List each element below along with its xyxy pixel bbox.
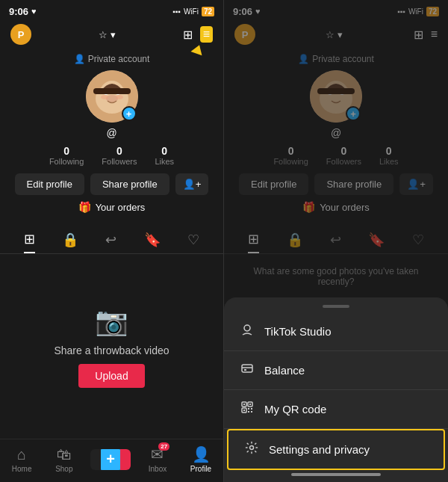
svg-rect-29	[248, 408, 249, 410]
stat-followers: 0 Followers	[102, 145, 137, 166]
svg-rect-32	[251, 411, 252, 413]
drawer-balance[interactable]: Balance	[224, 351, 448, 390]
inbox-label: Inbox	[149, 465, 167, 473]
time-left: 9:06	[9, 6, 28, 17]
svg-rect-10	[93, 88, 131, 94]
home-icon: ⌂	[17, 446, 26, 463]
inbox-badge: 27	[158, 442, 169, 451]
drawer-settings-privacy[interactable]: Settings and privacy	[227, 429, 445, 470]
svg-rect-18	[317, 88, 355, 94]
profile-nav-icon: 👤	[192, 445, 211, 463]
add-friend-button[interactable]: 👤+	[175, 173, 209, 195]
home-label: Home	[12, 465, 32, 473]
profile-section-left: 👤 Private account	[0, 51, 223, 226]
nav-shop[interactable]: 🛍 Shop	[55, 446, 72, 473]
nav-inbox[interactable]: ✉ Inbox 27	[149, 445, 167, 473]
shop-icon: 🛍	[57, 446, 72, 463]
nav-bookmark-left[interactable]: ☆ ▾	[99, 29, 116, 40]
nav-profile[interactable]: 👤 Profile	[190, 445, 211, 473]
nav-home[interactable]: ⌂ Home	[12, 446, 32, 473]
orders-row-left[interactable]: 🎁 Your orders	[78, 201, 146, 213]
drawer: TikTok Studio Balance	[224, 297, 448, 482]
edit-profile-button[interactable]: Edit profile	[15, 173, 84, 195]
followers-count: 0	[116, 145, 122, 157]
wifi-icon-left: WiFi	[184, 7, 199, 16]
orders-text-right: Your orders	[320, 202, 370, 213]
content-main-text: Share a throwback video	[54, 344, 169, 356]
repost-tab-icon: ↩	[105, 232, 116, 248]
svg-rect-22	[244, 369, 246, 371]
content-area-left: 📷 Share a throwback video Upload	[0, 254, 223, 439]
grid-icon-right: ⊞	[414, 28, 423, 42]
following-label: Following	[49, 157, 84, 166]
gift-icon: 🎁	[78, 201, 91, 213]
svg-rect-27	[249, 404, 251, 405]
tab-repost-right: ↩	[330, 232, 341, 253]
hamburger-icon-left[interactable]: ≡	[200, 26, 213, 43]
tab-heart[interactable]: ♡	[187, 232, 199, 253]
stats-row-left: 0 Following 0 Followers 0 Likes	[49, 145, 174, 166]
wifi-icon-right: WiFi	[408, 7, 423, 16]
battery-left: 72	[202, 7, 214, 16]
time-right: 9:06	[233, 6, 252, 17]
nav-right-left: ⊞ ≡	[183, 26, 213, 43]
nav-avatar-right: P	[234, 24, 255, 45]
tab-grid-right: ⊞	[248, 231, 259, 253]
battery-right: 72	[426, 7, 439, 16]
bottom-bar-right	[224, 470, 448, 482]
nav-avatar-left[interactable]: P	[10, 24, 31, 45]
upload-button[interactable]: Upload	[78, 364, 144, 388]
balance-icon	[239, 362, 255, 379]
followers-label: Followers	[102, 157, 137, 166]
throwback-icon: 📷	[95, 306, 128, 337]
likes-label: Likes	[155, 157, 174, 166]
action-buttons-left: Edit profile Share profile 👤+	[15, 173, 209, 195]
tab-grid[interactable]: ⊞	[24, 231, 35, 253]
right-screen: 9:06 ♥ ▪▪▪ WiFi 72 P ☆ ▾ ⊞ ≡ 👤 Private a…	[224, 0, 448, 482]
tab-lock-right: 🔒	[287, 232, 303, 253]
status-bar-left: 9:06 ♥ ▪▪▪ WiFi 72	[0, 0, 223, 21]
plus-button[interactable]: +	[96, 449, 125, 470]
nav-right-right: ⊞ ≡	[414, 28, 438, 42]
tab-repost[interactable]: ↩	[105, 232, 116, 253]
share-profile-right: Share profile	[314, 173, 393, 195]
star-icon-left: ☆	[99, 29, 108, 40]
profile-label: Profile	[190, 465, 211, 473]
grid-icon-left[interactable]: ⊞	[183, 28, 193, 42]
private-account-left: 👤 Private account	[74, 54, 150, 64]
chevron-down-icon-left: ▾	[111, 29, 116, 40]
svg-point-19	[244, 325, 250, 331]
drawer-tiktok-studio[interactable]: TikTok Studio	[224, 312, 448, 351]
profile-section-right: 👤 Private account + @	[224, 51, 448, 226]
tab-icons-row-left: ⊞ 🔒 ↩ 🔖 ♡	[0, 226, 223, 254]
tab-heart-right: ♡	[412, 232, 424, 253]
balance-label: Balance	[264, 364, 305, 377]
nav-bookmark-right: ☆ ▾	[326, 29, 343, 40]
hamburger-icon-right: ≡	[431, 28, 438, 41]
nav-plus[interactable]: +	[96, 449, 125, 470]
stats-row-right: 0Following 0Followers 0Likes	[273, 145, 398, 166]
heart-icon-right: ♥	[255, 7, 261, 16]
svg-rect-31	[248, 411, 249, 413]
tab-bookmark[interactable]: 🔖	[144, 232, 161, 253]
signal-icon-left: ▪▪▪	[172, 7, 181, 16]
right-bg-text: What are some good photos you've taken r…	[224, 266, 448, 287]
drawer-handle	[323, 305, 349, 308]
heart-tab-icon: ♡	[187, 232, 199, 248]
settings-icon	[243, 441, 260, 458]
following-count: 0	[63, 145, 69, 157]
orders-text: Your orders	[96, 202, 146, 213]
username-left: @	[106, 127, 116, 139]
svg-point-33	[250, 446, 254, 450]
chevron-right: ▾	[337, 29, 343, 40]
status-icons-right: ▪▪▪ WiFi 72	[397, 7, 439, 16]
orders-row-right: 🎁 Your orders	[302, 201, 370, 213]
svg-rect-20	[242, 365, 252, 372]
tab-lock[interactable]: 🔒	[62, 232, 78, 253]
share-profile-button[interactable]: Share profile	[90, 173, 169, 195]
lock-tab-icon: 🔒	[62, 232, 78, 248]
avatar-add-icon-left[interactable]: +	[122, 106, 137, 121]
tab-icons-row-right: ⊞ 🔒 ↩ 🔖 ♡	[224, 226, 448, 254]
drawer-qr-code[interactable]: My QR code	[224, 390, 448, 429]
avatar-add-right: +	[346, 106, 361, 121]
